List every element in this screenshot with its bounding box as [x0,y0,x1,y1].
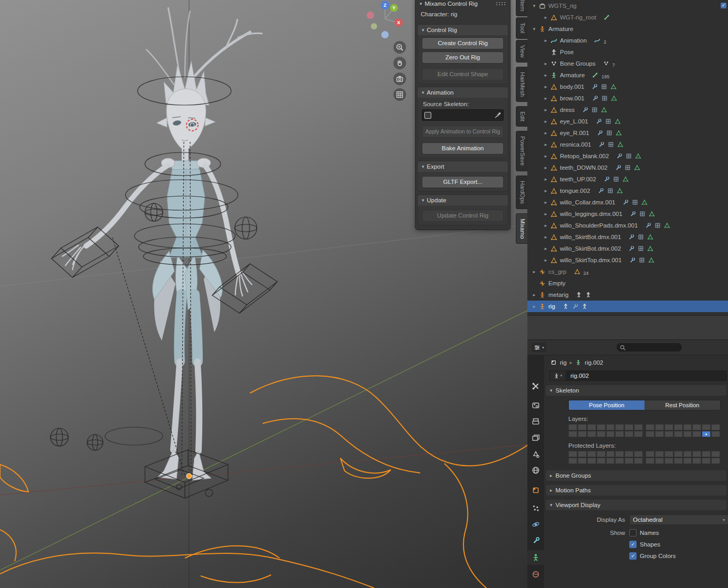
layer-cell[interactable] [674,451,683,457]
properties-tab-world[interactable] [527,463,544,478]
layer-cell[interactable] [674,458,683,464]
outliner-row-metarig[interactable]: ▸metarig [527,289,728,301]
layer-cell[interactable] [655,458,664,464]
outliner-row-bone-groups[interactable]: ▸Bone Groups7 [527,58,728,69]
layer-cell[interactable] [674,424,683,430]
meshdata-icon[interactable] [634,164,640,171]
outliner-item-label[interactable]: cs_grp [548,269,567,275]
layer-cell[interactable] [655,431,664,437]
outliner-item-label[interactable]: Pose [560,49,574,55]
mixamo-panel-header[interactable]: ▾ Mixamo Control Rig [415,0,510,9]
motion-paths-section-header[interactable]: ▸ Motion Paths [546,485,726,496]
gizmo-neg-y-axis[interactable] [371,23,377,29]
layer-cell[interactable] [634,458,643,464]
meshdata-icon[interactable] [641,199,648,205]
wrench-icon[interactable] [597,130,603,136]
wrench-icon[interactable] [629,257,636,263]
wrench-icon[interactable] [645,222,651,229]
layer-cell[interactable] [606,431,615,437]
bonegroups-icon[interactable] [603,60,609,67]
layer-cell[interactable] [634,451,643,457]
meshdata-icon[interactable] [617,188,623,194]
sidebar-tab-edit[interactable]: Edit [516,106,527,127]
outliner-row-brow-001[interactable]: ▸brow.001 [527,92,728,104]
shapes-checkbox[interactable]: ✓ [629,541,637,548]
meshdata-icon[interactable] [648,257,654,263]
editor-divider[interactable] [527,315,728,340]
layer-cell[interactable] [664,431,673,437]
layer-cell[interactable] [692,451,701,457]
grid-icon[interactable] [608,141,614,148]
grid-icon[interactable] [607,188,613,194]
object-picker-icon[interactable] [424,112,431,119]
expander-right-icon[interactable]: ▸ [542,165,549,170]
layer-cell[interactable] [702,458,711,464]
wrench-icon[interactable] [596,118,602,125]
outliner-item-label[interactable]: willo_SkirtBot.dmx.001 [560,234,621,240]
layer-cell[interactable] [587,451,596,457]
wrench-icon[interactable] [598,188,604,194]
layer-cell[interactable] [597,424,606,430]
expander-right-icon[interactable]: ▸ [542,15,549,20]
meshdata-icon[interactable] [610,84,617,90]
pose-icon[interactable] [563,303,569,310]
grid-icon[interactable] [639,257,645,263]
sidebar-tab-view[interactable]: View [516,40,527,63]
layer-cell[interactable] [646,451,654,457]
properties-tab-view-layer[interactable] [527,430,544,445]
grid-icon[interactable] [638,245,644,252]
outliner-row-animation[interactable]: ▸Animation2 [527,35,728,46]
layer-cell[interactable] [702,431,711,437]
properties-tab-particles[interactable] [527,501,544,515]
layer-cell[interactable] [568,424,577,430]
meshdata-icon[interactable] [649,211,655,217]
properties-tab-physics[interactable] [527,517,544,532]
layer-cell[interactable] [615,431,624,437]
edit-control-shape-button[interactable]: Edit Control Shape [422,68,504,80]
expander-right-icon[interactable]: ▸ [542,142,549,147]
expander-right-icon[interactable]: ▸ [542,246,549,251]
outliner-item-label[interactable]: teeth_DOWN.002 [560,164,608,171]
expander-right-icon[interactable]: ▸ [542,223,549,228]
pose-position-button[interactable]: Pose Position [569,400,644,410]
outliner-item-label[interactable]: brow.001 [560,95,585,101]
layer-cell[interactable] [664,451,673,457]
expander-right-icon[interactable]: ▸ [542,153,549,159]
grid-icon[interactable] [606,130,612,136]
layer-cell[interactable] [692,431,701,437]
export-section-header[interactable]: ▾ Export [418,161,508,172]
wrench-icon[interactable] [628,234,635,240]
data-name-field[interactable]: rig.002 [566,370,727,381]
properties-tab-constraints[interactable] [527,533,544,548]
outliner-item-label[interactable]: Retopo_blank.002 [560,153,609,159]
outliner-item-label[interactable]: tongue.002 [560,188,590,194]
bone-icon[interactable] [592,72,598,78]
grid-icon[interactable] [632,199,638,205]
outliner-item-label[interactable]: willo_Collar.dmx.001 [560,199,615,205]
layer-cell[interactable] [568,431,577,437]
camera-view-button[interactable] [393,73,406,85]
outliner-row-teeth-up-002[interactable]: ▸teeth_UP.002 [527,173,728,185]
expander-right-icon[interactable]: ▸ [531,292,538,297]
layer-cell[interactable] [646,424,654,430]
skeleton-section-header[interactable]: ▾ Skeleton [546,385,726,396]
meshdata-icon[interactable] [635,153,641,159]
sidebar-tab-mixamo[interactable]: Mixamo [516,213,527,244]
layer-cell[interactable] [606,451,615,457]
outliner-row-teeth-down-002[interactable]: ▸teeth_DOWN.002 [527,162,728,173]
layer-cell[interactable] [587,458,596,464]
outliner-item-label[interactable]: rig [548,303,555,310]
layer-cell[interactable] [568,451,577,457]
layer-cell[interactable] [674,431,683,437]
pose-icon[interactable] [576,292,582,298]
pose-icon[interactable] [585,292,591,298]
outliner-item-label[interactable]: willo_ShoulderPads.dmx.001 [560,222,638,229]
outliner-row-willo-leggings-dmx-001[interactable]: ▸willo_leggings.dmx.001 [527,208,728,220]
layer-cell[interactable] [683,424,692,430]
bake-animation-button[interactable]: Bake Animation [422,142,504,154]
bone-icon[interactable] [604,14,610,20]
layer-cell[interactable] [615,424,624,430]
outliner-item-label[interactable]: eye_L.001 [560,118,588,125]
layer-cell[interactable] [587,431,596,437]
layer-cell[interactable] [615,451,624,457]
